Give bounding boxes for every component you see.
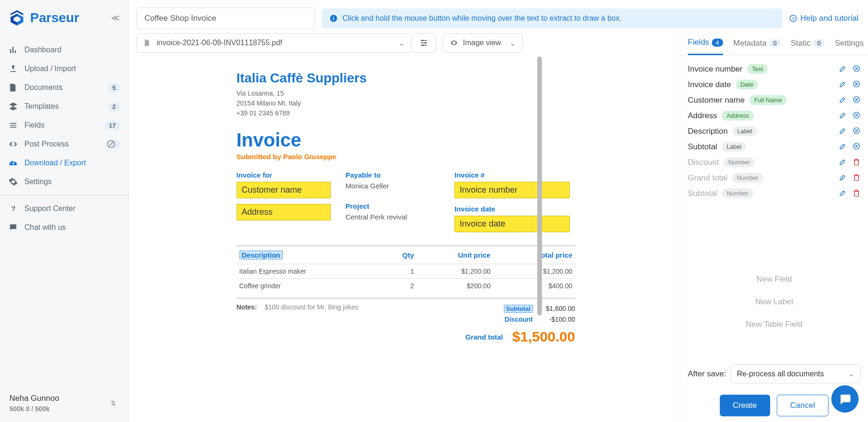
col-unit-price: Unit price <box>417 246 494 264</box>
upload-icon <box>8 64 18 73</box>
nav-download-export[interactable]: Download / Export <box>0 154 128 172</box>
field-row[interactable]: Invoice numberText <box>688 61 860 77</box>
help-link[interactable]: ? Help and tutorial <box>789 14 859 23</box>
user-name: Neha Gunnoo <box>9 394 119 403</box>
edit-icon[interactable] <box>839 80 847 89</box>
remove-icon[interactable] <box>852 142 860 152</box>
download-icon <box>8 158 18 168</box>
remove-icon[interactable] <box>852 65 860 74</box>
field-tag: Number <box>724 157 755 167</box>
tab-settings[interactable]: Settings <box>835 38 863 55</box>
tab-static[interactable]: Static0 <box>791 38 825 55</box>
field-row[interactable]: SubtotalNumber <box>688 186 860 201</box>
nav-support[interactable]: ?Support Center <box>0 199 128 218</box>
logo-row: Parseur ≪ <box>0 0 128 36</box>
field-tag: Label <box>733 126 757 136</box>
highlight-subtotal[interactable]: Subtotal <box>504 305 533 313</box>
notes-text: $100 discount for Mr. Bing jokes <box>265 303 466 346</box>
user-area[interactable]: Neha Gunnoo 500k 0 / 500k ⇅ <box>9 394 119 413</box>
svg-point-9 <box>422 44 423 46</box>
edit-icon[interactable] <box>839 111 847 121</box>
svg-text:?: ? <box>792 16 795 21</box>
nav-documents[interactable]: Documents5 <box>0 78 128 97</box>
highlight-address[interactable]: Address <box>237 204 331 220</box>
delete-icon[interactable] <box>852 189 860 198</box>
tab-fields[interactable]: Fields4 <box>688 38 723 55</box>
view-selector[interactable]: Image view ⌄ <box>443 33 523 53</box>
label-project: Project <box>345 202 446 210</box>
nav-fields[interactable]: Fields17 <box>0 116 128 135</box>
fields-list: Invoice numberTextInvoice dateDateCustom… <box>680 56 868 207</box>
tab-metadata[interactable]: Metadata0 <box>733 38 780 55</box>
badge: 17 <box>105 121 120 130</box>
remove-icon[interactable] <box>852 80 860 89</box>
field-actions <box>839 111 860 121</box>
filter-button[interactable] <box>412 33 436 53</box>
field-name: Description <box>688 127 728 136</box>
remove-icon[interactable] <box>852 96 860 105</box>
edit-icon[interactable] <box>839 65 847 74</box>
edit-icon[interactable] <box>839 158 847 167</box>
remove-icon[interactable] <box>852 127 860 136</box>
notes-label: Notes: <box>237 303 265 346</box>
nav-dashboard[interactable]: Dashboard <box>0 41 128 59</box>
field-tag: Full Name <box>749 95 787 105</box>
create-button[interactable]: Create <box>720 395 770 416</box>
scrollbar[interactable] <box>537 57 542 316</box>
after-save-row: After save: Re-process all documents ⌄ <box>680 358 868 389</box>
nav-upload[interactable]: Upload / Import <box>0 59 128 78</box>
highlight-invoice-date[interactable]: Invoice date <box>454 216 570 232</box>
highlight-customer-name[interactable]: Customer name <box>237 182 331 198</box>
field-row[interactable]: Invoice dateDate <box>688 77 860 92</box>
field-actions <box>839 96 860 105</box>
new-label-link[interactable]: New Label <box>680 291 868 313</box>
edit-icon[interactable] <box>839 189 847 198</box>
field-actions <box>839 158 860 167</box>
highlight-invoice-number[interactable]: Invoice number <box>454 182 570 198</box>
nav-post-process[interactable]: Post Process <box>0 135 128 154</box>
delete-icon[interactable] <box>852 158 860 167</box>
nav-chat[interactable]: Chat with us <box>0 218 128 237</box>
field-row[interactable]: DescriptionLabel <box>688 123 860 139</box>
edit-icon[interactable] <box>839 96 847 105</box>
filename: invoice-2021-06-09-INV01118755.pdf <box>157 39 282 47</box>
field-actions <box>839 80 860 89</box>
field-actions <box>839 127 860 136</box>
col-total-price: Total price <box>494 246 575 264</box>
field-row[interactable]: Grand totalNumber <box>688 170 860 186</box>
delete-icon[interactable] <box>852 173 860 183</box>
chat-bubble-button[interactable] <box>831 385 859 413</box>
file-selector[interactable]: invoice-2021-06-09-INV01118755.pdf ⌄ <box>136 33 412 53</box>
after-save-select[interactable]: Re-process all documents ⌄ <box>731 364 860 383</box>
field-name: Subtotal <box>688 189 717 198</box>
totals: Subtotal$1,600.00 Discount-$100.00 Grand… <box>465 303 575 346</box>
block-icon <box>109 139 120 149</box>
new-table-field-link[interactable]: New Table Field <box>680 313 868 336</box>
badge: 2 <box>108 102 120 111</box>
label-payable-to: Payable to <box>345 171 446 179</box>
parseur-logo-icon <box>8 9 25 26</box>
field-row[interactable]: AddressAddress <box>688 108 860 123</box>
highlight-description[interactable]: Description <box>239 251 283 260</box>
cancel-button[interactable]: Cancel <box>777 395 829 416</box>
edit-icon[interactable] <box>839 127 847 136</box>
action-links: New Field New Label New Table Field <box>680 268 868 336</box>
new-field-link[interactable]: New Field <box>680 268 868 291</box>
template-title-input[interactable] <box>136 8 315 29</box>
nav-label: Templates <box>24 102 59 111</box>
document-viewport[interactable]: Italia Caffè Suppliers Via Losanna, 15 2… <box>136 57 675 422</box>
svg-point-7 <box>422 40 423 41</box>
nav-templates[interactable]: Templates2 <box>0 97 128 116</box>
field-row[interactable]: Customer nameFull Name <box>688 92 860 108</box>
sidebar-collapse-button[interactable]: ≪ <box>111 13 120 23</box>
field-row[interactable]: DiscountNumber <box>688 154 860 170</box>
brand-name: Parseur <box>30 10 79 25</box>
user-quota: 500k 0 / 500k <box>9 405 119 413</box>
field-row[interactable]: SubtotalLabel <box>688 139 860 154</box>
remove-icon[interactable] <box>852 111 860 121</box>
field-tag: Number <box>722 188 753 198</box>
divider <box>0 195 128 195</box>
edit-icon[interactable] <box>839 142 847 152</box>
edit-icon[interactable] <box>839 173 847 183</box>
nav-settings[interactable]: Settings <box>0 172 128 191</box>
